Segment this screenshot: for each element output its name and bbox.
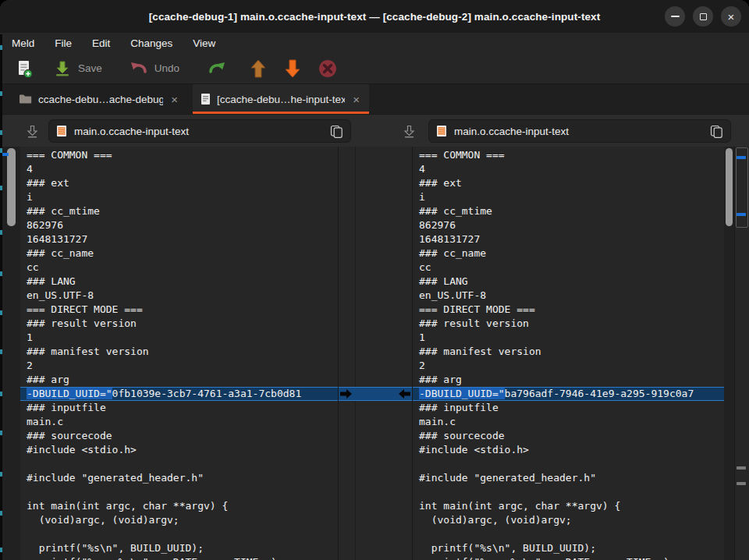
code-line: printf("%s : %s\n", __DATE__, __TIME__); bbox=[27, 555, 338, 560]
text-pane-left[interactable]: === COMMON ===4### exti### cc_mtime86297… bbox=[20, 147, 338, 560]
titlebar[interactable]: [ccache-debug-1] main.o.ccache-input-tex… bbox=[0, 0, 749, 33]
save-button[interactable]: Save bbox=[53, 59, 102, 78]
menu-edit[interactable]: Edit bbox=[82, 35, 120, 51]
scrollbar-left[interactable] bbox=[2, 147, 20, 560]
code-line: ### ext bbox=[419, 176, 724, 190]
code-line: main.c bbox=[419, 415, 724, 429]
background-artifact bbox=[0, 186, 2, 190]
arrow-up-icon bbox=[249, 58, 268, 79]
undo-button[interactable]: Undo bbox=[129, 60, 179, 77]
save-arrow-icon bbox=[27, 125, 38, 138]
code-line: ### inputfile bbox=[419, 401, 724, 415]
code-line: 2 bbox=[419, 359, 724, 373]
scrollbar-thumb[interactable] bbox=[726, 148, 733, 226]
new-comparison-button[interactable] bbox=[14, 58, 34, 79]
code-line: ### sourcecode bbox=[419, 429, 724, 443]
diff-chunk-marker bbox=[737, 156, 746, 159]
save-pane-left-button[interactable] bbox=[27, 125, 38, 141]
code-line: ### cc_mtime bbox=[27, 204, 338, 218]
code-line bbox=[419, 457, 724, 471]
new-document-icon bbox=[14, 58, 34, 79]
background-artifact bbox=[0, 431, 2, 435]
tabbar: ccache-debu…ache-debug-2 × [ccache-debu…… bbox=[0, 84, 749, 114]
undo-label: Undo bbox=[154, 62, 179, 74]
background-window-edge bbox=[0, 34, 2, 560]
code-line: 1 bbox=[27, 331, 338, 345]
menu-view[interactable]: View bbox=[183, 35, 225, 51]
undo-icon bbox=[129, 60, 148, 77]
code-line: (void)argc, (void)argv; bbox=[419, 513, 724, 527]
overview-map[interactable] bbox=[734, 147, 749, 560]
code-line: #include <stdio.h> bbox=[27, 443, 338, 457]
code-line: === DIRECT MODE === bbox=[419, 303, 724, 317]
copy-icon[interactable] bbox=[330, 125, 343, 138]
code-line: === COMMON === bbox=[419, 148, 724, 162]
background-artifact bbox=[0, 472, 2, 477]
minimize-button[interactable] bbox=[665, 6, 685, 27]
code-line: main.c bbox=[27, 415, 338, 429]
arrow-down-icon bbox=[283, 58, 302, 79]
tab-file-comparison[interactable]: [ccache-debu…he-input-text × bbox=[193, 84, 369, 114]
menu-changes[interactable]: Changes bbox=[120, 35, 183, 51]
code-line: 862976 bbox=[27, 218, 338, 232]
code-line: ### cc_name bbox=[419, 246, 724, 261]
code-line: ### inputfile bbox=[27, 401, 338, 415]
file-selector-right[interactable]: main.o.ccache-input-text bbox=[428, 119, 731, 143]
close-button[interactable]: × bbox=[721, 6, 741, 27]
code-line: ### result version bbox=[419, 317, 724, 331]
filename-left: main.o.ccache-input-text bbox=[74, 126, 323, 137]
menu-file[interactable]: File bbox=[44, 35, 82, 51]
diff-chunk-marker bbox=[737, 213, 746, 216]
copy-icon[interactable] bbox=[710, 125, 723, 138]
redo-button[interactable] bbox=[208, 60, 227, 77]
tab-close-icon[interactable]: × bbox=[351, 94, 361, 105]
code-line: #include "generated_header.h" bbox=[27, 471, 338, 485]
background-artifact bbox=[0, 511, 2, 516]
code-line: ### ext bbox=[27, 176, 338, 190]
code-line: int main(int argc, char **argv) { bbox=[27, 499, 338, 513]
tab-label: [ccache-debu…he-input-text bbox=[217, 94, 345, 105]
redo-icon bbox=[208, 60, 227, 77]
code-line: printf("%s\n", BUILD_UUID); bbox=[27, 541, 338, 555]
code-line: ### sourcecode bbox=[27, 429, 338, 443]
merge-gutter bbox=[338, 147, 412, 560]
background-artifact bbox=[0, 230, 2, 235]
tab-close-icon[interactable]: × bbox=[169, 94, 179, 105]
background-artifact bbox=[0, 45, 2, 50]
code-line: int main(int argc, char **argv) { bbox=[419, 499, 724, 513]
meld-window: [ccache-debug-1] main.o.ccache-input-tex… bbox=[0, 0, 749, 560]
code-line: ### manifest version bbox=[419, 345, 724, 359]
toolbar: Save Undo bbox=[0, 53, 749, 84]
next-change-button[interactable] bbox=[283, 58, 302, 79]
code-line: ### arg bbox=[27, 373, 338, 387]
menu-meld[interactable]: Meld bbox=[2, 35, 44, 51]
code-line: ### LANG bbox=[419, 275, 724, 289]
background-artifact bbox=[0, 130, 2, 135]
stop-button[interactable] bbox=[318, 58, 338, 79]
code-line: ### result version bbox=[27, 317, 338, 331]
menubar: Meld File Edit Changes View bbox=[0, 33, 749, 53]
code-line: i bbox=[27, 190, 338, 204]
gutter-divider bbox=[355, 147, 356, 560]
diff-changed-line: -DBUILD_UUID="0fb1039e-3cb7-4761-a3a1-7c… bbox=[20, 387, 338, 401]
code-line: ### LANG bbox=[27, 275, 338, 289]
file-selector-left[interactable]: main.o.ccache-input-text bbox=[48, 119, 351, 143]
scrollbar-thumb[interactable] bbox=[7, 148, 16, 226]
code-line: 1648131727 bbox=[419, 232, 724, 246]
maximize-button[interactable] bbox=[693, 6, 713, 27]
code-line: 1648131727 bbox=[27, 232, 338, 246]
code-line: printf("%s\n", BUILD_UUID); bbox=[419, 541, 724, 555]
scrollbar-right[interactable] bbox=[724, 147, 734, 560]
window-title: [ccache-debug-1] main.o.ccache-input-tex… bbox=[149, 11, 601, 23]
save-arrow-icon bbox=[403, 125, 415, 138]
merge-left-arrow[interactable] bbox=[399, 389, 410, 399]
merge-right-arrow[interactable] bbox=[340, 389, 352, 399]
text-pane-right[interactable]: === COMMON ===4### exti### cc_mtime86297… bbox=[412, 147, 724, 560]
code-line: === COMMON === bbox=[27, 148, 338, 162]
code-line: 4 bbox=[27, 162, 338, 176]
save-pane-right-button[interactable] bbox=[403, 125, 415, 141]
previous-change-button[interactable] bbox=[249, 58, 268, 79]
file-icon bbox=[56, 125, 67, 137]
background-artifact bbox=[0, 392, 2, 396]
tab-folder-comparison[interactable]: ccache-debu…ache-debug-2 × bbox=[11, 84, 187, 114]
